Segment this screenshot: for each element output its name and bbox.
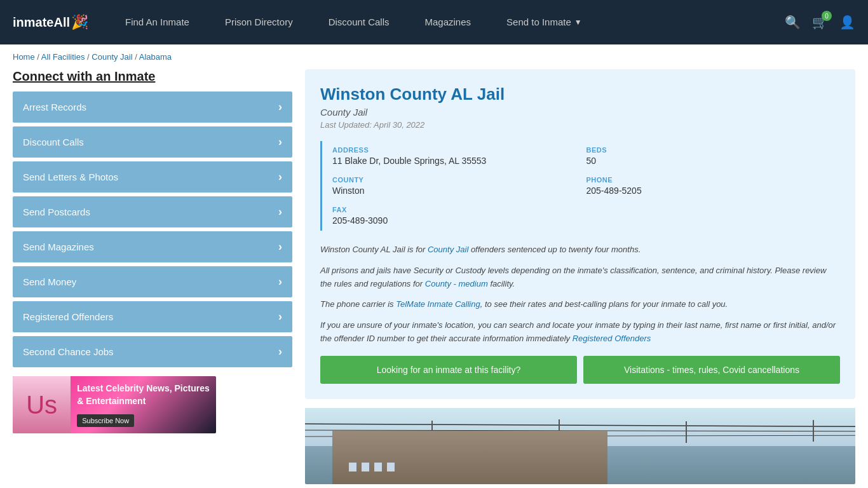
address-group: ADDRESS 11 Blake Dr, Double Springs, AL … <box>332 141 587 171</box>
telmate-link[interactable]: TelMate Inmate Calling <box>396 299 480 309</box>
facility-description-3: The phone carrier is TelMate Inmate Call… <box>320 298 840 311</box>
sidebar-item-send-postcards[interactable]: Send Postcards › <box>13 196 292 227</box>
sidebar-title: Connect with an Inmate <box>13 69 292 84</box>
fax-value: 205-489-3090 <box>332 215 574 226</box>
nav-magazines[interactable]: Magazines <box>407 0 489 44</box>
search-button[interactable]: 🔍 <box>785 15 801 30</box>
beds-label: BEDS <box>587 146 828 154</box>
address-label: ADDRESS <box>332 146 574 154</box>
address-value: 11 Blake Dr, Double Springs, AL 35553 <box>332 156 574 166</box>
nav-send-to-inmate[interactable]: Send to Inmate ▼ <box>489 0 600 44</box>
nav-discount-calls[interactable]: Discount Calls <box>311 0 407 44</box>
svg-line-0 <box>305 424 855 427</box>
dropdown-arrow-icon: ▼ <box>574 0 582 44</box>
facility-buttons: Looking for an inmate at this facility? … <box>320 356 840 384</box>
find-inmate-button[interactable]: Looking for an inmate at this facility? <box>320 356 577 384</box>
arrow-icon: › <box>278 345 282 358</box>
arrow-icon: › <box>278 100 282 114</box>
facility-content: Winston County AL Jail County Jail Last … <box>305 69 855 484</box>
facility-last-updated: Last Updated: April 30, 2022 <box>320 120 840 130</box>
facility-type: County Jail <box>320 107 840 118</box>
sidebar-item-discount-calls[interactable]: Discount Calls › <box>13 126 292 158</box>
arrow-icon: › <box>278 240 282 254</box>
ad-text: Latest Celebrity News, Pictures & Entert… <box>71 376 216 433</box>
facility-description-1: Winston County AL Jail is for County Jai… <box>320 243 840 257</box>
arrow-icon: › <box>278 135 282 149</box>
arrow-icon: › <box>278 275 282 288</box>
photo-building-windows <box>349 463 395 471</box>
facility-details: ADDRESS 11 Blake Dr, Double Springs, AL … <box>320 141 840 231</box>
registered-offenders-link[interactable]: Registered Offenders <box>573 334 651 343</box>
arrow-icon: › <box>278 205 282 219</box>
sidebar-item-send-letters[interactable]: Send Letters & Photos › <box>13 161 292 193</box>
phone-group: PHONE 205-489-5205 <box>587 171 841 201</box>
facility-description-2: All prisons and jails have Security or C… <box>320 264 840 291</box>
county-jail-link-1[interactable]: County Jail <box>428 245 468 254</box>
sidebar-item-send-money[interactable]: Send Money › <box>13 266 292 297</box>
visitations-button[interactable]: Visitations - times, rules, Covid cancel… <box>583 356 840 384</box>
logo-icon: 🎉 <box>71 14 88 30</box>
facility-photo <box>305 408 855 484</box>
breadcrumb-home[interactable]: Home <box>13 52 35 62</box>
ad-subscribe-button[interactable]: Subscribe Now <box>77 414 134 427</box>
sidebar-ad[interactable]: Us Latest Celebrity News, Pictures & Ent… <box>13 376 216 433</box>
sidebar: Connect with an Inmate Arrest Records › … <box>13 69 292 484</box>
county-group: COUNTY Winston <box>332 171 587 201</box>
county-value: Winston <box>332 186 574 196</box>
search-icon: 🔍 <box>785 15 801 29</box>
breadcrumb-county-jail[interactable]: County Jail <box>92 52 132 62</box>
breadcrumb: Home / All Facilities / County Jail / Al… <box>0 44 868 69</box>
sidebar-item-registered-offenders[interactable]: Registered Offenders › <box>13 301 292 332</box>
fax-group: FAX 205-489-3090 <box>332 201 587 231</box>
site-logo[interactable]: inmate All 🎉 <box>13 14 88 30</box>
phone-label: PHONE <box>587 176 828 184</box>
arrow-icon: › <box>278 170 282 184</box>
sidebar-item-arrest-records[interactable]: Arrest Records › <box>13 92 292 123</box>
photo-building-structure <box>332 431 607 484</box>
user-icon: 👤 <box>839 15 855 29</box>
facility-name: Winston County AL Jail <box>320 85 840 104</box>
ad-image: Us <box>13 376 71 433</box>
phone-value: 205-489-5205 <box>587 186 828 196</box>
sidebar-item-send-magazines[interactable]: Send Magazines › <box>13 231 292 262</box>
facility-card: Winston County AL Jail County Jail Last … <box>305 69 855 399</box>
beds-value: 50 <box>587 156 828 166</box>
cart-badge: 0 <box>822 11 832 21</box>
breadcrumb-all-facilities[interactable]: All Facilities <box>41 52 85 62</box>
county-label: COUNTY <box>332 176 574 184</box>
nav-icons: 🔍 🛒 0 👤 <box>785 15 855 30</box>
sidebar-item-second-chance-jobs[interactable]: Second Chance Jobs › <box>13 336 292 367</box>
arrow-icon: › <box>278 310 282 323</box>
cart-button[interactable]: 🛒 0 <box>812 15 828 30</box>
fax-label: FAX <box>332 206 574 214</box>
logo-all-text: All <box>53 15 70 30</box>
beds-group: BEDS 50 <box>587 141 841 171</box>
user-button[interactable]: 👤 <box>839 15 855 30</box>
nav-find-an-inmate[interactable]: Find An Inmate <box>107 0 207 44</box>
logo-text: inmate <box>13 15 53 30</box>
nav-links: Find An Inmate Prison Directory Discount… <box>107 0 785 44</box>
nav-prison-directory[interactable]: Prison Directory <box>207 0 311 44</box>
breadcrumb-alabama[interactable]: Alabama <box>139 52 172 62</box>
county-medium-link[interactable]: County - medium <box>425 279 488 288</box>
facility-description-4: If you are unsure of your inmate's locat… <box>320 319 840 346</box>
